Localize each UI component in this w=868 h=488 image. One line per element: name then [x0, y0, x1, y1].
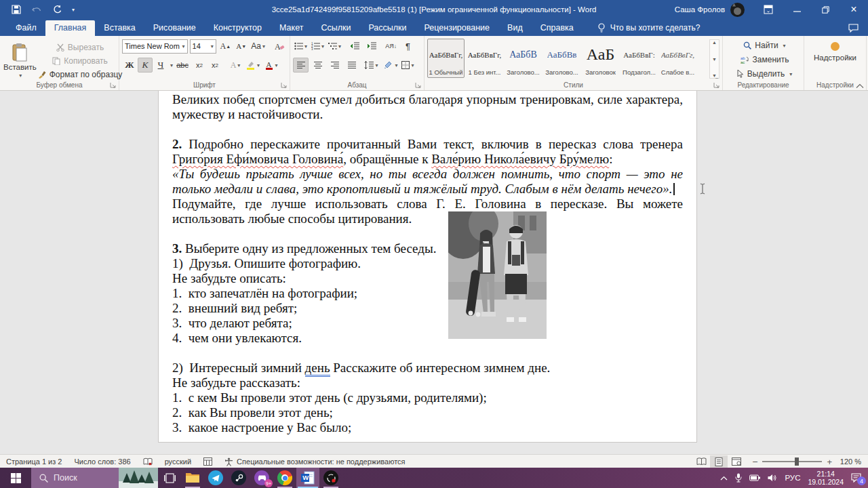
- doc-paragraph[interactable]: 4. чем они увлекаются.: [172, 331, 683, 346]
- grow-font-button[interactable]: А▲: [218, 39, 233, 54]
- ribbon-display-options-button[interactable]: [754, 0, 783, 19]
- sort-button[interactable]: АЯ↓: [383, 39, 399, 54]
- zoom-slider-thumb[interactable]: [795, 458, 799, 466]
- cut-button[interactable]: Вырезать: [37, 42, 123, 53]
- doc-paragraph[interactable]: [172, 346, 683, 361]
- doc-paragraph[interactable]: [172, 122, 683, 137]
- save-button[interactable]: [11, 4, 22, 15]
- zoom-level[interactable]: 120 %: [837, 458, 861, 466]
- tab-справка[interactable]: Справка: [532, 20, 583, 36]
- styles-scroll-up-icon[interactable]: ▲: [712, 40, 717, 45]
- style-card-заголовок[interactable]: АаБЗаголовок: [582, 39, 619, 78]
- superscript-button[interactable]: x2: [208, 58, 222, 73]
- doc-paragraph[interactable]: «Ты будешь прыгать лучше всех, но ты все…: [172, 167, 683, 197]
- doc-paragraph[interactable]: 2. внешний вид ребят;: [172, 301, 683, 316]
- styles-dialog-launcher[interactable]: [713, 82, 719, 88]
- style-card-1-без-инт-[interactable]: АаБбВвГг,1 Без инт...: [466, 39, 503, 78]
- undo-button[interactable]: [31, 4, 42, 15]
- tab-конструктор[interactable]: Конструктор: [205, 20, 271, 36]
- taskbar-app-chrome[interactable]: [273, 468, 296, 488]
- font-color-button[interactable]: А ▾: [262, 58, 280, 73]
- decrease-indent-button[interactable]: [347, 39, 362, 54]
- restore-button[interactable]: [811, 0, 840, 19]
- tab-вид[interactable]: Вид: [498, 20, 532, 36]
- taskbar-app-steam[interactable]: [227, 468, 250, 488]
- keyboard-language[interactable]: РУС: [785, 474, 800, 482]
- styles-scroll-down-icon[interactable]: ▼: [712, 57, 717, 62]
- language-status[interactable]: русский: [159, 458, 197, 466]
- taskbar-app-telegram[interactable]: [204, 468, 227, 488]
- underline-options-caret[interactable]: ▾: [170, 62, 173, 68]
- zoom-slider[interactable]: [762, 461, 822, 462]
- styles-more-icon[interactable]: ▼̲: [712, 73, 717, 78]
- clipboard-dialog-launcher[interactable]: [110, 82, 116, 88]
- accessibility-status[interactable]: Специальные возможности: не поддерживают…: [218, 458, 411, 466]
- select-button[interactable]: Выделить▾: [728, 68, 801, 79]
- tell-me-search[interactable]: Что вы хотите сделать?: [597, 23, 701, 36]
- doc-paragraph[interactable]: Не забудьте рассказать:: [172, 375, 683, 390]
- strikethrough-button[interactable]: abc: [174, 58, 191, 73]
- doc-paragraph[interactable]: 1. кто запечатлён на фотографии;: [172, 286, 683, 301]
- qat-customize-button[interactable]: ▾: [72, 7, 75, 13]
- format-painter-button[interactable]: Формат по образцу: [37, 69, 123, 80]
- doc-paragraph[interactable]: 2. как Вы провели этот день;: [172, 405, 683, 420]
- show-paragraph-marks-button[interactable]: ¶: [400, 39, 416, 54]
- read-mode-button[interactable]: [692, 455, 710, 468]
- bold-button[interactable]: Ж: [122, 58, 137, 73]
- font-size-combobox[interactable]: 14▾: [190, 39, 216, 54]
- copy-button[interactable]: Копировать: [37, 56, 123, 66]
- change-case-button[interactable]: Aa▾: [250, 39, 267, 54]
- tab-макет[interactable]: Макет: [271, 20, 312, 36]
- tab-рецензирование[interactable]: Рецензирование: [416, 20, 499, 36]
- highlight-button[interactable]: ▾: [244, 58, 262, 73]
- doc-paragraph[interactable]: 3. что делают ребята;: [172, 316, 683, 331]
- italic-button[interactable]: К: [138, 58, 153, 73]
- document-photo-two-teens-skateboard[interactable]: [448, 211, 547, 339]
- minimize-button[interactable]: [783, 0, 811, 19]
- taskbar-app-file-explorer[interactable]: [181, 468, 204, 488]
- volume-icon[interactable]: [768, 474, 777, 482]
- borders-button[interactable]: ▾: [400, 58, 416, 73]
- styles-scrollbar[interactable]: ▲ ▼ ▼̲: [709, 39, 719, 79]
- close-button[interactable]: ×: [840, 0, 868, 19]
- account-name[interactable]: Саша Фролов: [675, 5, 725, 14]
- style-card-1-обычный[interactable]: АаБбВвГг,1 Обычный: [427, 39, 465, 78]
- style-card-заголово-[interactable]: АаБбВвЗаголово...: [543, 39, 580, 78]
- tab-вставка[interactable]: Вставка: [95, 20, 144, 36]
- justify-button[interactable]: [344, 58, 359, 73]
- page-count[interactable]: Страница 1 из 2: [0, 458, 68, 466]
- tab-главная[interactable]: Главная: [45, 20, 96, 36]
- tab-рисование[interactable]: Рисование: [144, 20, 205, 36]
- addins-button[interactable]: Надстройки: [813, 39, 857, 62]
- subscript-button[interactable]: x2: [192, 58, 207, 73]
- shrink-font-button[interactable]: А▼: [235, 39, 248, 54]
- doc-paragraph[interactable]: 1. с кем Вы провели этот день (с друзьям…: [172, 390, 683, 405]
- doc-paragraph[interactable]: Не забудьте описать:: [172, 271, 683, 286]
- macro-icon[interactable]: [197, 458, 218, 466]
- tab-ссылки[interactable]: Ссылки: [312, 20, 359, 36]
- underline-button[interactable]: Ч: [153, 58, 168, 73]
- text-effects-button[interactable]: А▾: [227, 58, 243, 73]
- paragraph-dialog-launcher[interactable]: [415, 82, 421, 88]
- font-dialog-launcher[interactable]: [281, 82, 287, 88]
- find-button[interactable]: Найти▾: [728, 40, 801, 51]
- search-highlight-image[interactable]: [119, 468, 158, 488]
- line-spacing-button[interactable]: ▾: [363, 58, 379, 73]
- clear-formatting-button[interactable]: А: [273, 39, 287, 54]
- doc-paragraph[interactable]: 3. Выберите одну из предложенных тем бес…: [172, 241, 683, 256]
- align-center-button[interactable]: [310, 58, 326, 73]
- numbering-button[interactable]: 123 ▾: [310, 39, 326, 54]
- print-layout-button[interactable]: [710, 455, 728, 468]
- doc-paragraph[interactable]: 1) Друзья. Опишите фотографию.: [172, 256, 683, 271]
- doc-paragraph[interactable]: [172, 226, 683, 241]
- proofing-errors-icon[interactable]: [137, 458, 159, 466]
- tab-рассылки[interactable]: Рассылки: [359, 20, 415, 36]
- taskbar-app-word[interactable]: W: [296, 468, 319, 488]
- taskbar-app-game-center[interactable]: 9+: [250, 468, 273, 488]
- battery-icon[interactable]: [749, 474, 760, 481]
- doc-paragraph[interactable]: Подумайте, где лучше использовать слова …: [172, 197, 683, 226]
- tab-file[interactable]: Файл: [7, 20, 45, 36]
- zoom-out-button[interactable]: −: [752, 456, 757, 467]
- notification-center-icon[interactable]: 4: [851, 473, 861, 483]
- doc-paragraph[interactable]: 2. Подробно перескажите прочитанный Вами…: [172, 137, 683, 167]
